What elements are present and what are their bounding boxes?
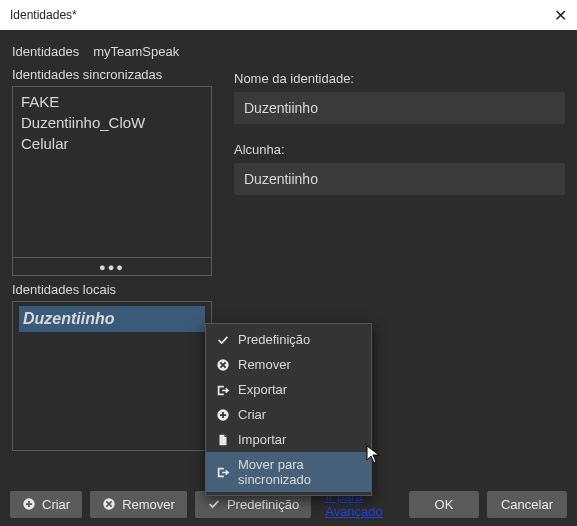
menu-label: Remover <box>238 357 291 372</box>
import-icon <box>216 433 230 447</box>
nickname-label: Alcunha: <box>234 142 565 157</box>
button-label: Cancelar <box>501 497 553 512</box>
button-label: Predefinição <box>227 497 299 512</box>
export-icon <box>216 383 230 397</box>
local-identities-list[interactable]: Duzentiinho <box>12 301 212 451</box>
menu-predefinition[interactable]: Predefinição <box>206 327 371 352</box>
window-title: Identidades* <box>10 8 77 22</box>
menu-label: Criar <box>238 407 266 422</box>
nickname-input[interactable] <box>234 163 565 195</box>
sync-identities-list[interactable]: FAKE Duzentiinho_CloW Celular <box>12 86 212 258</box>
plus-icon <box>22 497 36 511</box>
button-label: Criar <box>42 497 70 512</box>
menu-move-to-sync[interactable]: Mover para sincronizado <box>206 452 371 492</box>
tab-myteamspeak[interactable]: myTeamSpeak <box>93 44 179 59</box>
sync-identity-item[interactable]: Celular <box>19 133 205 154</box>
local-identity-item[interactable]: Duzentiinho <box>19 306 205 332</box>
tab-bar: Identidades myTeamSpeak <box>12 44 565 65</box>
identity-name-input[interactable] <box>234 92 565 124</box>
check-icon <box>216 333 230 347</box>
sync-identity-item[interactable]: Duzentiinho_CloW <box>19 112 205 133</box>
menu-label: Exportar <box>238 382 287 397</box>
check-icon <box>207 497 221 511</box>
button-label: OK <box>435 497 454 512</box>
local-identities-label: Identidades locais <box>12 282 212 297</box>
cancel-button[interactable]: Cancelar <box>487 491 567 518</box>
sync-identities-label: Identidades sincronizadas <box>12 67 212 82</box>
remove-button[interactable]: Remover <box>90 491 187 518</box>
create-button[interactable]: Criar <box>10 491 82 518</box>
button-label: Remover <box>122 497 175 512</box>
menu-remove[interactable]: Remover <box>206 352 371 377</box>
menu-label: Mover para sincronizado <box>238 457 361 487</box>
identity-name-label: Nome da identidade: <box>234 71 565 86</box>
plus-icon <box>216 408 230 422</box>
context-menu: Predefinição Remover Exportar Criar Impo… <box>205 323 372 496</box>
sync-identity-item[interactable]: FAKE <box>19 91 205 112</box>
remove-icon <box>102 497 116 511</box>
menu-label: Importar <box>238 432 286 447</box>
more-dots-button[interactable]: ●●● <box>12 258 212 276</box>
titlebar: Identidades* ✕ <box>0 0 577 30</box>
menu-create[interactable]: Criar <box>206 402 371 427</box>
ok-button[interactable]: OK <box>409 491 479 518</box>
close-icon[interactable]: ✕ <box>527 6 567 25</box>
menu-export[interactable]: Exportar <box>206 377 371 402</box>
export-icon <box>216 465 230 479</box>
tab-identities[interactable]: Identidades <box>12 44 79 59</box>
menu-label: Predefinição <box>238 332 310 347</box>
remove-icon <box>216 358 230 372</box>
menu-import[interactable]: Importar <box>206 427 371 452</box>
